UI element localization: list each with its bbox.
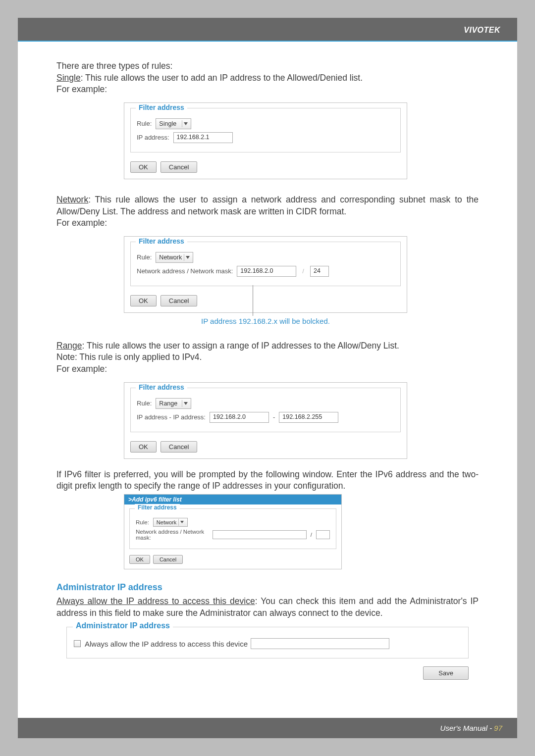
slash-text: / xyxy=(300,267,306,275)
range-label: Range xyxy=(56,341,82,351)
prefix-input[interactable]: 24 xyxy=(310,266,329,277)
dialog-ipv6: >Add ipv6 filter list Filter address Rul… xyxy=(124,494,342,569)
range-desc: : This rule allows the user to assign a … xyxy=(82,341,399,351)
single-desc: : This rule allows the user to add an IP… xyxy=(81,73,363,83)
rule-label: Rule: xyxy=(136,519,149,525)
network-caption-box: IP address 192.168.2.x will be bolcked. xyxy=(124,316,407,326)
chevron-down-icon xyxy=(178,519,185,526)
prefix-input-ipv6[interactable] xyxy=(316,530,330,539)
ok-button[interactable]: OK xyxy=(130,295,157,306)
ipv6-intro: If IPv6 filter is preferred, you will be… xyxy=(56,469,479,492)
legend-single: Filter address xyxy=(136,103,187,111)
dialog-filter-network: Filter address Rule: Network Network add… xyxy=(124,236,407,313)
mask-label: Network address / Network mask: xyxy=(137,267,233,275)
rule-label: Rule: xyxy=(137,253,152,261)
footer-page: 97 xyxy=(494,724,502,732)
rule-label: Rule: xyxy=(137,400,152,407)
rule-select-single[interactable]: Single xyxy=(156,118,191,129)
chevron-down-icon xyxy=(182,120,189,127)
slash-text: / xyxy=(311,532,312,538)
rule-select-value: Single xyxy=(159,120,176,127)
brand-text: VIVOTEK xyxy=(464,26,500,34)
rule-select-value: Network xyxy=(159,254,182,261)
page-content: There are three types of rules: Single: … xyxy=(18,42,517,685)
admin-ip-input[interactable] xyxy=(251,638,389,649)
for-example-2: For example: xyxy=(56,217,479,229)
range-para: Range: This rule allows the user to assi… xyxy=(56,340,479,352)
dialog-filter-single: Filter address Rule: Single IP address: … xyxy=(124,102,407,179)
legend-ipv6: Filter address xyxy=(135,504,180,511)
cancel-button[interactable]: Cancel xyxy=(160,295,197,306)
rule-label: Rule: xyxy=(137,120,152,127)
single-label: Single xyxy=(56,73,81,83)
fieldset-ipv6: Filter address Rule: Network Network add… xyxy=(129,508,336,549)
save-row: Save xyxy=(66,666,469,680)
addr-input[interactable]: 192.168.2.0 xyxy=(237,266,296,277)
ip-label: IP address: xyxy=(137,134,169,141)
admin-checkbox-label: Always allow the IP address to access th… xyxy=(85,640,248,648)
cancel-button[interactable]: Cancel xyxy=(153,555,183,564)
dash-text: - xyxy=(273,413,275,421)
intro-line1: There are three types of rules: xyxy=(56,60,479,72)
document-page: VIVOTEK There are three types of rules: … xyxy=(18,18,517,738)
iprange-label: IP address - IP address: xyxy=(137,413,206,421)
admin-section-title: Administrator IP address xyxy=(56,582,479,593)
rule-select-ipv6[interactable]: Network xyxy=(153,518,188,527)
legend-range: Filter address xyxy=(136,383,187,391)
svg-marker-1 xyxy=(186,256,190,259)
btnrow-single: OK Cancel xyxy=(124,158,407,179)
chevron-down-icon xyxy=(184,254,191,261)
brand-header: VIVOTEK xyxy=(18,18,517,41)
rule-select-range[interactable]: Range xyxy=(156,398,191,409)
dialog-filter-range: Filter address Rule: Range IP address - … xyxy=(124,382,407,459)
fieldset-single: Filter address Rule: Single IP address: … xyxy=(130,108,401,152)
mask-label: Network address / Network mask: xyxy=(136,529,209,541)
network-desc: : This rule allows the user to assign a … xyxy=(56,195,479,216)
ip-to-input[interactable]: 192.168.2.255 xyxy=(279,412,338,423)
ip-input-single[interactable]: 192.168.2.1 xyxy=(173,132,233,143)
btnrow-range: OK Cancel xyxy=(124,438,407,458)
intro-single: Single: This rule allows the user to add… xyxy=(56,72,479,84)
rule-select-value: Network xyxy=(157,519,176,525)
fieldset-network: Filter address Rule: Network Network add… xyxy=(130,242,401,286)
network-label: Network xyxy=(56,195,88,204)
save-button[interactable]: Save xyxy=(423,666,469,680)
legend-network: Filter address xyxy=(136,237,187,245)
admin-legend: Administrator IP address xyxy=(73,621,173,630)
range-note: Note: This rule is only applied to IPv4. xyxy=(56,352,479,363)
network-para: Network: This rule allows the user to as… xyxy=(56,194,479,217)
for-example-3: For example: xyxy=(56,363,479,375)
row-rule-range: Rule: Range xyxy=(137,398,394,409)
footer-bar: User's Manual - 97 xyxy=(18,718,517,738)
callout-line xyxy=(253,285,253,316)
row-ip-single: IP address: 192.168.2.1 xyxy=(137,132,394,143)
cancel-button[interactable]: Cancel xyxy=(160,161,197,173)
admin-row: Always allow the IP address to access th… xyxy=(74,638,461,649)
row-rule-network: Rule: Network xyxy=(137,252,394,263)
cancel-button[interactable]: Cancel xyxy=(160,441,197,453)
btnrow-network: OK Cancel xyxy=(124,292,407,312)
btnrow-ipv6: OK Cancel xyxy=(124,553,341,569)
footer-text: User's Manual - xyxy=(440,724,494,732)
ok-button[interactable]: OK xyxy=(130,161,157,173)
svg-marker-0 xyxy=(184,122,188,125)
rule-select-value: Range xyxy=(159,400,177,407)
row-mask-network: Network address / Network mask: 192.168.… xyxy=(137,266,394,277)
row-rule-ipv6: Rule: Network xyxy=(136,518,330,527)
ipv6-title: >Add ipv6 filter list xyxy=(124,495,341,504)
ok-button[interactable]: OK xyxy=(130,441,157,453)
chevron-down-icon xyxy=(182,400,189,407)
network-caption: IP address 192.168.2.x will be bolcked. xyxy=(201,317,330,325)
for-example-1: For example: xyxy=(56,84,479,96)
ip-from-input[interactable]: 192.168.2.0 xyxy=(210,412,269,423)
admin-fieldset: Administrator IP address Always allow th… xyxy=(66,627,469,658)
rule-select-network[interactable]: Network xyxy=(156,252,193,263)
fieldset-range: Filter address Rule: Range IP address - … xyxy=(130,388,401,432)
row-iprange: IP address - IP address: 192.168.2.0 - 1… xyxy=(137,412,394,423)
ok-button[interactable]: OK xyxy=(129,555,150,564)
addr-input-ipv6[interactable] xyxy=(213,530,307,539)
row-mask-ipv6: Network address / Network mask: / xyxy=(136,529,330,541)
admin-desc: Always allow the IP address to access th… xyxy=(56,596,479,619)
row-rule-single: Rule: Single xyxy=(137,118,394,129)
admin-checkbox[interactable] xyxy=(74,640,81,647)
